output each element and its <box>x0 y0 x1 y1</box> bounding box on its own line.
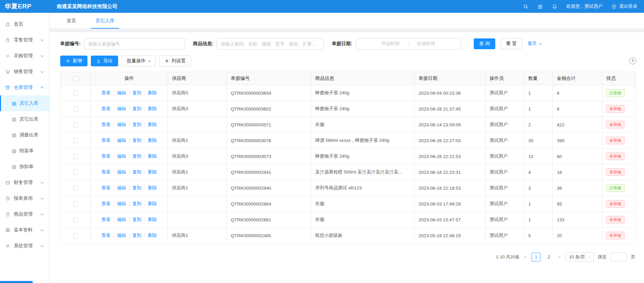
view-link[interactable]: 查看 <box>102 185 111 190</box>
sidebar-item-label: 报表查询 <box>14 195 33 201</box>
copy-link[interactable]: 复制 <box>129 217 142 222</box>
bill-no-input[interactable] <box>84 38 185 50</box>
prev-page-button[interactable]: < <box>524 254 528 260</box>
edit-link[interactable]: 编辑 <box>114 217 126 222</box>
next-page-button[interactable]: > <box>557 254 561 260</box>
view-link[interactable]: 查看 <box>102 169 111 175</box>
select-all-checkbox[interactable] <box>73 76 78 81</box>
view-link[interactable]: 查看 <box>102 201 111 206</box>
sidebar-item-reports[interactable]: 报表查询 <box>0 190 49 206</box>
batch-actions-button[interactable]: 批量操作 <box>121 56 156 66</box>
sidebar-item-goods[interactable]: 商品管理 <box>0 206 49 222</box>
sidebar-item-purchase[interactable]: 采购管理 <box>0 48 49 64</box>
jump-page-input[interactable] <box>611 252 627 261</box>
delete-link[interactable]: 删除 <box>145 201 157 206</box>
view-link[interactable]: 查看 <box>102 217 111 222</box>
sidebar-item-warehouse[interactable]: 仓库管理 <box>0 80 49 95</box>
tab-home[interactable]: 首页 <box>62 13 81 29</box>
reset-button[interactable]: 重 置 <box>501 38 522 49</box>
view-link[interactable]: 查看 <box>102 233 111 238</box>
edit-link[interactable]: 编辑 <box>114 138 126 143</box>
column-settings-button[interactable]: 列设置 <box>159 56 191 66</box>
delete-link[interactable]: 删除 <box>145 90 157 95</box>
sidebar-subitem-other-inbound[interactable]: 其它入库 <box>0 95 49 111</box>
platform-bank-icon[interactable] <box>537 4 543 9</box>
edit-link[interactable]: 编辑 <box>114 185 126 190</box>
status-cell: 未审核 <box>602 133 636 149</box>
row-checkbox[interactable] <box>73 201 78 207</box>
expand-label: 展开 <box>528 41 537 47</box>
row-checkbox[interactable] <box>73 186 78 191</box>
edit-link[interactable]: 编辑 <box>114 233 126 238</box>
delete-link[interactable]: 删除 <box>145 217 157 222</box>
search-icon[interactable] <box>523 4 529 9</box>
row-checkbox[interactable] <box>73 170 78 175</box>
copy-link[interactable]: 复制 <box>129 169 142 175</box>
add-button[interactable]: 新增 <box>60 56 87 66</box>
row-checkbox[interactable] <box>73 233 78 238</box>
copy-link[interactable]: 复制 <box>129 106 142 111</box>
sidebar-item-system[interactable]: 系统管理 <box>0 238 49 254</box>
view-link[interactable]: 查看 <box>102 90 111 95</box>
edit-link[interactable]: 编辑 <box>114 201 126 206</box>
edit-link[interactable]: 编辑 <box>114 122 126 127</box>
copy-link[interactable]: 复制 <box>129 122 142 127</box>
row-checkbox[interactable] <box>73 217 78 222</box>
qty-cell: 5 <box>524 228 553 244</box>
edit-link[interactable]: 编辑 <box>114 106 126 111</box>
date-range-input[interactable]: 开始时间 ~ 结束时间 <box>356 38 461 50</box>
delete-link[interactable]: 删除 <box>145 154 157 159</box>
delete-link[interactable]: 删除 <box>145 233 157 238</box>
sidebar-item-sales[interactable]: 销售管理 <box>0 64 49 80</box>
operations-cell: 查看编辑复制删除 <box>91 196 168 212</box>
logout-button[interactable]: 退出登录 <box>611 3 637 9</box>
expand-filters-link[interactable]: 展开 <box>528 41 541 47</box>
page-button-1[interactable]: 1 <box>532 253 540 261</box>
status-badge: 未审核 <box>606 216 624 223</box>
delete-link[interactable]: 删除 <box>145 138 157 143</box>
page-size-select[interactable]: 10 条/页 <box>565 252 594 261</box>
sidebar-subitem-assembly[interactable]: 组装单 <box>0 143 49 159</box>
delete-link[interactable]: 删除 <box>145 106 157 111</box>
row-checkbox[interactable] <box>73 91 78 96</box>
sidebar-item-basic-data[interactable]: 基本资料 <box>0 222 49 238</box>
sidebar-subitem-other-outbound[interactable]: 其它出库 <box>0 111 49 127</box>
copy-link[interactable]: 复制 <box>129 185 142 190</box>
table-row: 查看编辑复制删除 供应商1 QTRK00000003076 啤酒 580ml x… <box>61 133 636 149</box>
page-button-2[interactable]: 2 <box>544 253 553 261</box>
delete-link[interactable]: 删除 <box>145 169 157 175</box>
topbar-actions: 欢迎您，测试用户 退出登录 <box>523 3 644 9</box>
goods-info-input[interactable] <box>217 38 324 50</box>
tab-other-inbound[interactable]: 其它入库 <box>91 13 119 29</box>
row-checkbox[interactable] <box>73 122 78 127</box>
notification-bell-icon[interactable] <box>552 4 558 9</box>
table-row: 查看编辑复制删除 供应商1 QTRK00000002485 联想小新鼠标 202… <box>61 228 636 244</box>
row-checkbox[interactable] <box>73 138 78 143</box>
edit-link[interactable]: 编辑 <box>114 90 126 95</box>
view-link[interactable]: 查看 <box>102 154 111 159</box>
row-checkbox[interactable] <box>73 106 78 112</box>
help-icon[interactable]: ? <box>629 57 636 64</box>
copy-link[interactable]: 复制 <box>129 138 142 143</box>
sidebar-item-home[interactable]: 首页 <box>0 16 49 32</box>
sidebar-item-finance[interactable]: 财务管理 <box>0 175 49 190</box>
delete-link[interactable]: 删除 <box>145 185 157 190</box>
search-button[interactable]: 查 询 <box>474 38 495 49</box>
goods-cell: 啤酒 580ml xxsxx，蜂蜜柚子茶 240g <box>311 133 415 149</box>
view-link[interactable]: 查看 <box>102 138 111 143</box>
delete-link[interactable]: 删除 <box>145 122 157 127</box>
sidebar-item-retail[interactable]: 零售管理 <box>0 32 49 48</box>
edit-link[interactable]: 编辑 <box>114 154 126 159</box>
export-button[interactable]: 导出 <box>91 56 118 66</box>
sidebar-subitem-disassembly[interactable]: 拆卸单 <box>0 159 49 175</box>
row-checkbox[interactable] <box>73 154 78 159</box>
view-link[interactable]: 查看 <box>102 122 111 127</box>
copy-link[interactable]: 复制 <box>129 154 142 159</box>
view-link[interactable]: 查看 <box>102 106 111 111</box>
copy-link[interactable]: 复制 <box>129 201 142 206</box>
copy-link[interactable]: 复制 <box>129 90 142 95</box>
sidebar-scrollbar[interactable] <box>0 281 33 283</box>
sidebar-subitem-transfer-outbound[interactable]: 调拨出库 <box>0 127 49 143</box>
copy-link[interactable]: 复制 <box>129 233 142 238</box>
edit-link[interactable]: 编辑 <box>114 169 126 175</box>
